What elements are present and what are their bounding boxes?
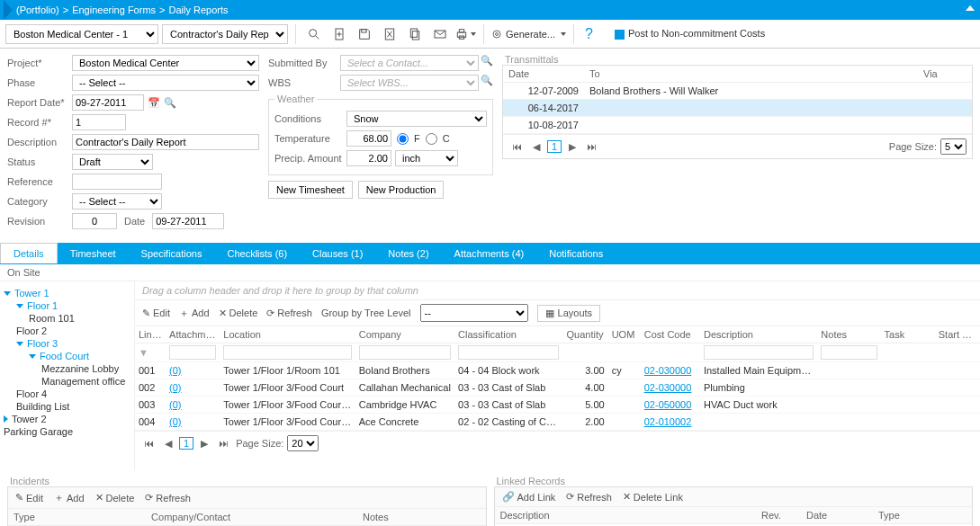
post-checkbox[interactable]: Post to Non-commitment Costs <box>615 28 765 40</box>
tab-timesheet[interactable]: Timesheet <box>58 243 129 263</box>
reference-field[interactable] <box>72 174 162 190</box>
pager-last-icon[interactable]: ⏭ <box>583 140 600 153</box>
col-task[interactable]: Task <box>881 326 935 343</box>
tree-mezzanine[interactable]: Mezzanine Lobby <box>41 363 130 374</box>
col-date[interactable]: Date <box>503 66 584 83</box>
group-hint[interactable]: Drag a column header and drop it here to… <box>135 281 980 300</box>
filter-input[interactable] <box>704 345 814 360</box>
filter-input[interactable] <box>821 345 877 360</box>
generate-button[interactable]: Generate... <box>491 29 566 40</box>
tree-blist[interactable]: Building List <box>16 401 130 412</box>
search-icon[interactable] <box>303 23 325 45</box>
filter-input[interactable] <box>223 345 351 360</box>
description-field[interactable] <box>72 134 259 150</box>
submitted-by-field[interactable]: Select a Contact... <box>340 55 479 71</box>
tree-twisty-icon[interactable] <box>4 291 11 296</box>
project-selector[interactable]: Boston Medical Center - 1 <box>5 24 158 44</box>
transmittal-row[interactable]: 12-07-2009Boland Brothers - Will Walker <box>503 83 972 100</box>
filter-input[interactable] <box>458 345 559 360</box>
pager-first-icon[interactable]: ⏮ <box>140 437 157 450</box>
linked-add-button[interactable]: 🔗 Add Link <box>502 491 556 503</box>
pager-next-icon[interactable]: ▶ <box>197 437 211 450</box>
breadcrumb-leaf[interactable]: Daily Reports <box>169 4 229 15</box>
col-link-type[interactable]: Type <box>873 507 972 524</box>
transmittals-page-size[interactable]: 5 <box>940 138 967 155</box>
tree-floor3[interactable]: Floor 3 <box>27 338 130 349</box>
pager-first-icon[interactable]: ⏮ <box>508 140 526 153</box>
col-startdate[interactable]: Start Date <box>935 326 980 343</box>
tab-notifications[interactable]: Notifications <box>536 243 616 263</box>
transmittal-row[interactable]: 10-08-2017 <box>503 117 972 134</box>
search-icon[interactable]: 🔍 <box>481 55 493 71</box>
incidents-add-button[interactable]: ＋ Add <box>54 491 85 504</box>
print-icon[interactable] <box>454 23 476 45</box>
breadcrumb-root[interactable]: (Portfolio) <box>16 4 59 15</box>
costcode-link[interactable]: 02-050000 <box>644 399 692 410</box>
search-icon[interactable]: 🔍 <box>164 97 176 109</box>
filter-input[interactable] <box>169 345 216 360</box>
report-date-field[interactable] <box>72 94 144 111</box>
col-uom[interactable]: UOM <box>608 326 641 343</box>
collapse-icon[interactable] <box>966 5 975 11</box>
grid-add-button[interactable]: ＋ Add <box>179 307 210 320</box>
grid-row[interactable]: 001(0)Tower 1/Floor 1/Room 101Boland Bro… <box>135 362 980 379</box>
tab-notes-2-[interactable]: Notes (2) <box>375 243 441 263</box>
linked-refresh-button[interactable]: ⟳ Refresh <box>566 491 612 503</box>
grid-row[interactable]: 004(0)Tower 1/Floor 3/Food Court/ManageA… <box>135 414 980 431</box>
costcode-link[interactable]: 02-030000 <box>644 365 692 376</box>
delete-icon[interactable] <box>379 23 400 45</box>
col-line[interactable]: Line # <box>135 326 166 343</box>
temp-f-radio[interactable] <box>397 133 409 145</box>
record-field[interactable] <box>72 114 126 130</box>
grid-row[interactable]: 002(0)Tower 1/Floor 3/Food CourtCallahan… <box>135 379 980 397</box>
new-icon[interactable] <box>328 23 350 45</box>
attachment-link[interactable]: (0) <box>169 416 181 427</box>
temperature-field[interactable] <box>346 130 391 147</box>
tree-tower1[interactable]: Tower 1 <box>14 288 130 299</box>
breadcrumb-mid[interactable]: Engineering Forms <box>72 4 156 15</box>
tree-twisty-icon[interactable] <box>16 304 23 308</box>
pager-next-icon[interactable]: ▶ <box>565 140 580 154</box>
costcode-link[interactable]: 02-030000 <box>644 382 692 393</box>
col-inc-company[interactable]: Company/Contact <box>146 509 357 526</box>
col-company[interactable]: Company <box>355 326 454 343</box>
col-costcode[interactable]: Cost Code <box>641 326 700 343</box>
tree-room101[interactable]: Room 101 <box>29 313 130 324</box>
col-location[interactable]: Location <box>220 326 355 343</box>
col-link-rev[interactable]: Rev. <box>756 507 801 524</box>
tree-twisty-icon[interactable] <box>4 415 8 423</box>
pager-prev-icon[interactable]: ◀ <box>161 437 175 450</box>
col-inc-type[interactable]: Type <box>8 509 146 526</box>
tab-checklists-6-[interactable]: Checklists (6) <box>214 243 300 263</box>
transmittal-row[interactable]: 06-14-2017 <box>503 100 972 117</box>
tab-specifications[interactable]: Specifications <box>129 243 215 263</box>
col-classification[interactable]: Classification <box>454 326 562 343</box>
tab-clauses-1-[interactable]: Clauses (1) <box>300 243 375 263</box>
search-icon[interactable]: 🔍 <box>481 75 493 91</box>
tree-mgmt[interactable]: Management office <box>41 376 130 387</box>
new-timesheet-button[interactable]: New Timesheet <box>268 181 353 199</box>
tree-tower2[interactable]: Tower 2 <box>12 414 130 424</box>
pager-current[interactable]: 1 <box>547 140 562 153</box>
col-to[interactable]: To <box>584 66 918 83</box>
mail-icon[interactable] <box>429 23 451 45</box>
col-description[interactable]: Description <box>700 326 817 343</box>
tree-floor2[interactable]: Floor 2 <box>16 325 130 336</box>
col-via[interactable]: Via <box>918 66 972 83</box>
col-inc-notes[interactable]: Notes <box>357 509 486 526</box>
tree-foodcourt[interactable]: Food Court <box>40 351 130 361</box>
tree-floor4[interactable]: Floor 4 <box>16 388 130 399</box>
tree-twisty-icon[interactable] <box>29 354 36 359</box>
pager-current[interactable]: 1 <box>179 437 193 450</box>
tree-twisty-icon[interactable] <box>16 342 23 346</box>
help-icon[interactable]: ? <box>581 26 597 42</box>
grid-edit-button[interactable]: ✎ Edit <box>142 308 170 319</box>
copy-icon[interactable] <box>404 23 426 45</box>
conditions-field[interactable]: Snow <box>346 111 487 127</box>
precip-unit-field[interactable]: inch <box>395 150 458 166</box>
costcode-link[interactable]: 02-010002 <box>644 416 692 427</box>
layouts-button[interactable]: ▦ Layouts <box>537 305 601 322</box>
tab-details[interactable]: Details <box>0 243 58 263</box>
pager-last-icon[interactable]: ⏭ <box>215 437 232 450</box>
col-quantity[interactable]: Quantity <box>562 326 607 343</box>
